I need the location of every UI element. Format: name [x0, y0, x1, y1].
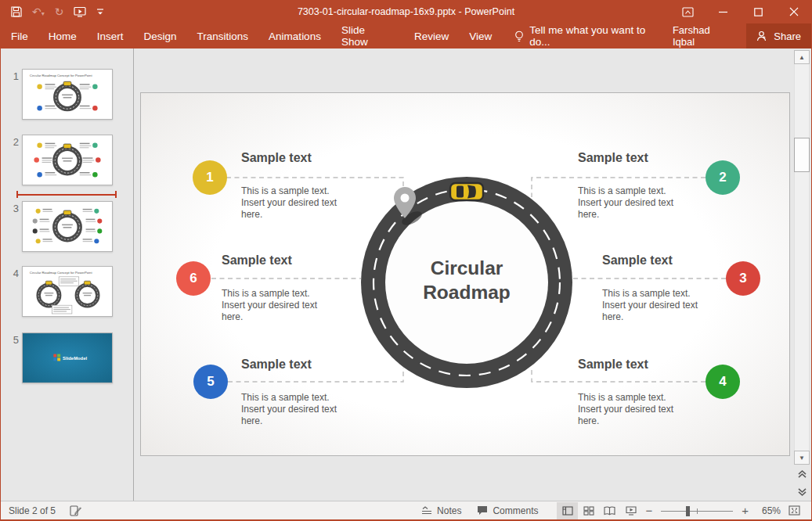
tab-transitions[interactable]: Transitions [187, 23, 259, 49]
step-6-body: This is a sample text. Insert your desir… [222, 288, 345, 323]
ribbon-display-options-icon[interactable] [670, 0, 706, 23]
proofing-icon[interactable] [70, 505, 82, 516]
zoom-slider-thumb[interactable] [686, 506, 690, 516]
slide-sorter-icon[interactable] [578, 502, 599, 519]
next-slide-icon[interactable] [793, 483, 810, 501]
tell-me-box[interactable]: Tell me what you want to do... [510, 24, 673, 48]
tell-me-label: Tell me what you want to do... [529, 24, 668, 48]
fit-slide-to-window-icon[interactable] [781, 505, 805, 516]
tab-file[interactable]: File [1, 23, 38, 49]
step-4-badge[interactable]: 4 [706, 365, 740, 399]
user-name[interactable]: Farshad Iqbal [673, 24, 734, 48]
quick-access-toolbar: ↶▾ ↻ [1, 5, 104, 18]
slide-number: 4 [5, 268, 19, 279]
slide-show-icon[interactable] [620, 502, 641, 519]
tab-home[interactable]: Home [38, 23, 87, 49]
step-5-badge[interactable]: 5 [193, 365, 228, 399]
tab-design[interactable]: Design [134, 23, 187, 49]
scrollbar-thumb[interactable] [794, 138, 810, 172]
step-3-title: Sample text [602, 253, 726, 268]
notes-label: Notes [437, 505, 461, 516]
step-5-body: This is a sample text. Insert your desir… [241, 392, 365, 427]
comments-icon [477, 505, 488, 516]
tab-insert[interactable]: Insert [87, 23, 134, 49]
slide-number: 5 [5, 334, 19, 346]
slide-thumbnail-1[interactable]: Circular Roadmap Concept for PowerPoint [22, 69, 113, 120]
step-1-badge[interactable]: 1 [193, 160, 227, 195]
share-person-icon [756, 31, 768, 41]
title-bar: ↶▾ ↻ 7303-01-circular-roadmap-16x9.pptx … [1, 0, 811, 23]
normal-view-icon[interactable] [557, 502, 578, 519]
step-3-body: This is a sample text. Insert your desir… [602, 288, 726, 323]
minimize-button[interactable] [706, 0, 741, 23]
tab-review[interactable]: Review [404, 23, 459, 49]
step-1-title: Sample text [241, 151, 365, 165]
slide-indicator[interactable]: Slide 2 of 5 [9, 505, 56, 516]
close-button[interactable] [776, 0, 811, 23]
current-slide-marker [16, 191, 117, 198]
step-1-body: This is a sample text. Insert your desir… [241, 185, 365, 221]
notes-icon [421, 506, 432, 516]
content-area: 1 Circular Roadmap Concept for PowerPoin… [1, 49, 811, 501]
svg-text:Circular Roadmap Concept for P: Circular Roadmap Concept for PowerPoint [30, 271, 93, 275]
step-6-text[interactable]: Sample text This is a sample text. Inser… [222, 253, 345, 323]
scroll-down-icon[interactable]: ▼ [794, 451, 810, 465]
slide-thumbnail-2[interactable] [22, 135, 113, 185]
slide-thumbnail-5[interactable]: SlideModel [22, 332, 113, 383]
previous-slide-icon[interactable] [793, 465, 810, 483]
step-3-text[interactable]: Sample text This is a sample text. Inser… [602, 253, 726, 323]
step-2-title: Sample text [578, 151, 702, 165]
tab-animations[interactable]: Animations [258, 23, 331, 49]
tab-slide-show[interactable]: Slide Show [331, 23, 404, 49]
slide-number: 3 [5, 203, 19, 214]
step-4-body: This is a sample text. Insert your desir… [578, 392, 702, 427]
car-icon[interactable] [450, 183, 483, 200]
step-4-title: Sample text [578, 358, 702, 372]
slide-editing-canvas[interactable]: Circular Roadmap 1 2 3 4 5 6 Sample text… [134, 49, 792, 501]
scroll-up-icon[interactable]: ▲ [794, 50, 810, 64]
save-icon[interactable] [11, 6, 22, 17]
step-5-text[interactable]: Sample text This is a sample text. Inser… [241, 358, 365, 427]
zoom-in-icon[interactable]: + [738, 504, 752, 517]
redo-icon[interactable]: ↻ [55, 5, 64, 18]
maximize-button[interactable] [741, 0, 776, 23]
slide-thumbnail-graphic: Circular Roadmap Concept for PowerPoint [23, 267, 112, 316]
start-from-beginning-icon[interactable] [74, 6, 86, 17]
step-3-badge[interactable]: 3 [726, 261, 760, 296]
scrollbar-track[interactable] [794, 64, 810, 451]
status-right: Notes Comments − [413, 501, 811, 520]
tab-view[interactable]: View [459, 23, 502, 49]
window-controls [670, 0, 811, 23]
slide-thumbnail-graphic: SlideModel [23, 333, 112, 383]
step-1-text[interactable]: Sample text This is a sample text. Inser… [241, 151, 365, 221]
share-button[interactable]: Share [746, 23, 811, 49]
step-6-title: Sample text [222, 253, 345, 268]
powerpoint-window: ↶▾ ↻ 7303-01-circular-roadmap-16x9.pptx … [0, 0, 812, 521]
lightbulb-icon [514, 31, 524, 42]
slide-2-canvas[interactable]: Circular Roadmap 1 2 3 4 5 6 Sample text… [140, 92, 790, 456]
status-left: Slide 2 of 5 [1, 505, 82, 516]
comments-button[interactable]: Comments [469, 501, 546, 520]
slide-thumbnail-4[interactable]: Circular Roadmap Concept for PowerPoint [22, 266, 113, 317]
notes-button[interactable]: Notes [413, 501, 469, 520]
slide-number: 2 [5, 136, 19, 148]
vertical-scrollbar: ▲ ▼ [792, 49, 811, 501]
step-2-text[interactable]: Sample text This is a sample text. Inser… [578, 151, 702, 221]
comments-label: Comments [493, 505, 538, 516]
status-bar: Slide 2 of 5 Notes Comments [1, 501, 811, 521]
svg-text:SlideModel: SlideModel [63, 356, 87, 361]
customize-qat-icon[interactable] [96, 8, 104, 16]
slide-center-title[interactable]: Circular Roadmap [388, 256, 545, 304]
step-2-badge[interactable]: 2 [706, 160, 740, 195]
zoom-level[interactable]: 65% [752, 505, 781, 516]
slide-thumbnail-panel: 1 Circular Roadmap Concept for PowerPoin… [1, 49, 134, 501]
zoom-out-icon[interactable]: − [641, 504, 656, 517]
step-4-text[interactable]: Sample text This is a sample text. Inser… [578, 358, 702, 427]
undo-icon[interactable]: ↶▾ [32, 5, 45, 18]
zoom-slider[interactable] [661, 505, 733, 516]
step-5-title: Sample text [241, 358, 365, 372]
account-area: Farshad Iqbal Share [673, 23, 811, 49]
step-6-badge[interactable]: 6 [176, 261, 211, 296]
reading-view-icon[interactable] [599, 502, 620, 519]
slide-thumbnail-3[interactable] [22, 201, 113, 252]
